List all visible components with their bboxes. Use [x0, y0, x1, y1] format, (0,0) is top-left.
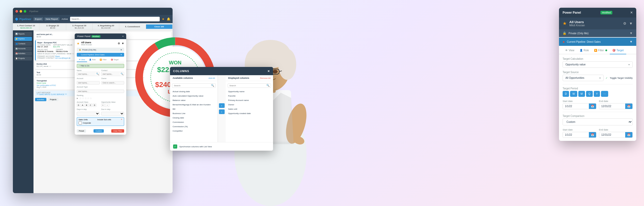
- col-disp-primary-account[interactable]: Primary Account name: [227, 98, 272, 102]
- pp-small-name-search-icon[interactable]: 🔍: [96, 72, 99, 76]
- stage-2[interactable]: 2. Engage 22 $0.00: [39, 23, 66, 30]
- ppm-period-year-btn[interactable]: Y: [594, 91, 600, 97]
- pp-small-name-input[interactable]: [77, 73, 96, 75]
- crm-status: Active: [62, 18, 68, 20]
- sidebar-item-1[interactable]: 📊 Reports: [14, 32, 32, 36]
- pp-small-stars[interactable]: ☆☆☆☆☆: [79, 97, 92, 100]
- col-available-search-input[interactable]: [172, 83, 216, 88]
- ppm-start-date-calendar-icon[interactable]: 📅: [589, 104, 596, 109]
- col-sync-checkbox[interactable]: ✓: [173, 144, 177, 149]
- projects-tab[interactable]: Projects: [48, 98, 58, 101]
- col-item-business-line[interactable]: Business Line: [171, 111, 217, 116]
- pp-small-account-input[interactable]: [77, 81, 100, 84]
- pp-small-class-D2[interactable]: D: [93, 104, 96, 107]
- ppm-tab-target[interactable]: 🎯 Target: [610, 47, 626, 54]
- ppm-period-quarter-btn[interactable]: Q: [586, 91, 593, 97]
- pp-small-custom-btn[interactable]: Custom: [94, 129, 104, 133]
- col-item-closing-date[interactable]: Closing date: [171, 116, 217, 120]
- col-displayed-search-input[interactable]: [228, 83, 271, 88]
- sidebar-item-2[interactable]: 📁 Pipeline: [14, 37, 32, 41]
- pp-small-close-icon[interactable]: ×: [122, 35, 124, 38]
- pp-small-class-C[interactable]: C: [89, 104, 92, 107]
- pp-tab-target[interactable]: 🎯 Target: [109, 58, 121, 62]
- sidebar-item-6[interactable]: 📋 Projects: [14, 56, 32, 61]
- pp-tab-view[interactable]: 👁 View: [77, 58, 87, 62]
- window-minimize-dot[interactable]: [20, 10, 22, 13]
- pp-tab-role[interactable]: 👤 Role: [87, 58, 98, 62]
- pp-small-opp-eq[interactable]: =: [101, 104, 105, 107]
- star-icon[interactable]: ★: [162, 17, 165, 21]
- col-modal-close-button[interactable]: ×: [268, 69, 270, 73]
- col-move-right-button[interactable]: ›: [219, 103, 225, 108]
- ppm-tab-view[interactable]: 👁 View: [563, 47, 577, 54]
- ppm-private-chevron[interactable]: ▼: [630, 31, 633, 35]
- col-add-all-button[interactable]: Add All: [209, 77, 215, 79]
- pp-small-owner-input[interactable]: [101, 81, 124, 84]
- window-maximize-dot[interactable]: [24, 10, 26, 13]
- pp-small-due-select[interactable]: [101, 112, 124, 116]
- pp-small-preset-btn[interactable]: Preset: [77, 129, 86, 133]
- ppm-tab-filter[interactable]: 🔽 Filter: [591, 47, 610, 54]
- ppm-chevron-icon[interactable]: ▼: [629, 21, 633, 25]
- bell-icon[interactable]: 🔔: [167, 17, 171, 21]
- sidebar-item-5[interactable]: 📅 Activities: [14, 52, 32, 56]
- ppm-tab-role[interactable]: 👤 Role: [577, 47, 592, 54]
- ppm-target-calc-select[interactable]: Opportunity value: [563, 61, 633, 68]
- export-button[interactable]: Export: [33, 17, 43, 21]
- ppm-target-source-select[interactable]: All Opportunities: [563, 75, 604, 81]
- ppm-comp-start-calendar-icon[interactable]: 📅: [589, 132, 596, 138]
- sidebar-item-3[interactable]: 👥 Contacts: [14, 42, 32, 46]
- col-available-header: Available columns Add All: [170, 75, 218, 81]
- ppm-period-month-btn[interactable]: M: [578, 91, 585, 97]
- pp-small-gear-icon[interactable]: ⚙: [118, 42, 120, 45]
- pp-small-filter-status: Filter is On: [81, 65, 89, 67]
- col-item-competitor[interactable]: Competitor: [171, 129, 217, 133]
- ppm-comparison-select[interactable]: Custom: [563, 118, 633, 125]
- col-item-actual-closing[interactable]: Actual closing date: [171, 89, 217, 94]
- col-disp-favorite[interactable]: Favorite: [227, 94, 272, 98]
- col-item-balance[interactable]: Balance value: [171, 98, 217, 102]
- pp-small-class-D[interactable]: D: [77, 104, 80, 107]
- ppm-period-week-btn[interactable]: W: [570, 91, 577, 97]
- pp-small-star-icon[interactable]: ★: [77, 42, 80, 45]
- ppm-pipeline-chevron[interactable]: ▼: [630, 40, 633, 44]
- col-item-commission[interactable]: Commission: [171, 120, 217, 124]
- col-disp-sales-unit[interactable]: Sales unit: [227, 107, 272, 111]
- col-disp-owner[interactable]: Owner: [227, 102, 272, 107]
- ppm-gear-icon[interactable]: ⚙: [623, 21, 626, 25]
- col-remove-all-button[interactable]: Remove All: [260, 77, 270, 79]
- pp-small-contact-search-icon[interactable]: 🔍: [120, 72, 124, 76]
- col-disp-opp-created[interactable]: Opportunity created date: [227, 111, 272, 116]
- ppm-period-custom-btn[interactable]: ⋯: [601, 91, 608, 97]
- ppm-period-day-btn[interactable]: D: [563, 91, 569, 97]
- pp-small-opp-gt[interactable]: →: [105, 104, 109, 107]
- sidebar-item-4[interactable]: 🏢 Accounts: [14, 47, 32, 51]
- pp-small-expand-icon[interactable]: ▼: [122, 42, 124, 45]
- col-item-commission-pct[interactable]: Commission (%): [171, 124, 217, 129]
- stage-3[interactable]: 3. Proposal 30 $1,414.00: [66, 23, 93, 30]
- col-item-benach[interactable]: Benachrichtigungs-E-Mail an den Kunden: [171, 102, 217, 107]
- ppm-close-button[interactable]: ×: [630, 10, 633, 15]
- pp-small-class-B[interactable]: B: [85, 104, 88, 107]
- col-item-bill[interactable]: Bill: [171, 107, 217, 111]
- new-report-button[interactable]: New Report: [44, 17, 60, 21]
- ppm-end-date-calendar-icon[interactable]: 📅: [625, 104, 632, 109]
- col-disp-opp-name[interactable]: Opportunity name: [227, 89, 272, 94]
- pp-small-class-A[interactable]: A: [81, 104, 84, 107]
- pp-small-corporate-checkbox[interactable]: [79, 121, 82, 125]
- pp-small-account-type-input[interactable]: [77, 90, 124, 93]
- pp-small-contact-input[interactable]: [101, 73, 120, 75]
- activities-tab[interactable]: Activities: [35, 98, 46, 101]
- pp-small-clear-btn[interactable]: Clear Filter: [111, 129, 124, 133]
- window-close-dot[interactable]: [15, 10, 18, 13]
- pp-small-sales-units-remove-icon[interactable]: ✕: [121, 118, 122, 121]
- ppm-comp-end-calendar-icon[interactable]: 📅: [625, 132, 632, 138]
- pp-tab-filter[interactable]: 🔽 Filter: [98, 58, 109, 62]
- ppm-star-icon[interactable]: ★: [563, 21, 567, 26]
- col-move-left-button[interactable]: ‹: [219, 109, 225, 114]
- pp-small-user: ★ All Users Miloš Krocian ⚙ ▼: [77, 41, 124, 46]
- stage-4[interactable]: 4. Negotiating 60 $1,414.00: [93, 23, 119, 30]
- stage-1[interactable]: 1. First Contact 10 $228,836.00: [13, 23, 39, 30]
- col-item-auto-calc[interactable]: Auto calculated Opportunity value: [171, 94, 217, 98]
- pp-small-days-select[interactable]: [77, 112, 100, 116]
